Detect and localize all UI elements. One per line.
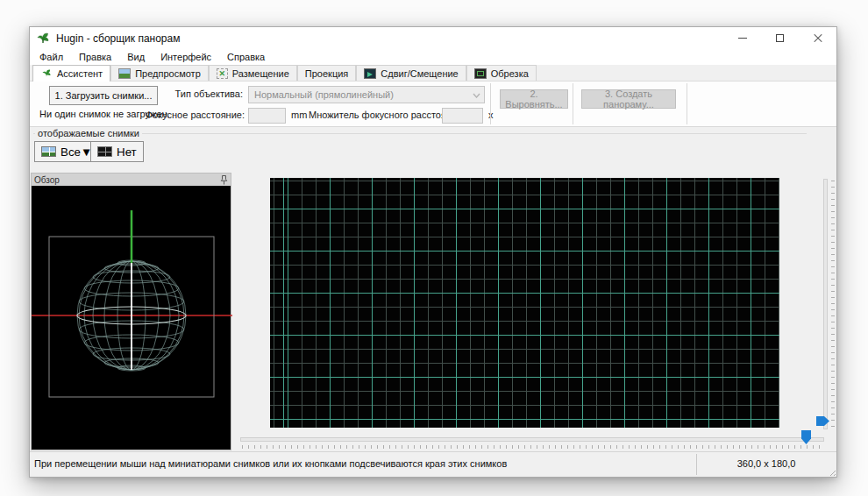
focal-length-label: Фокусное расстояние: xyxy=(119,110,245,120)
panorama-preview-canvas[interactable] xyxy=(270,178,779,428)
assistant-toolbar: 1. Загрузить снимки... Ни один снимок не… xyxy=(30,81,836,127)
load-images-button[interactable]: 1. Загрузить снимки... xyxy=(49,86,158,105)
minimize-button[interactable] xyxy=(723,27,761,49)
overview-title: Обзор xyxy=(34,175,60,185)
overview-panel: Обзор xyxy=(31,173,231,450)
maximize-icon xyxy=(776,34,784,42)
toolbar-separator xyxy=(573,83,573,124)
tab-label: Предпросмотр xyxy=(135,68,201,79)
titlebar[interactable]: Hugin - сборщик панорам xyxy=(30,27,836,49)
tab-crop[interactable]: Обрезка xyxy=(466,65,537,81)
show-none-images-button[interactable]: Нет xyxy=(90,141,144,162)
tab-label: Ассистент xyxy=(57,68,103,79)
menu-interface[interactable]: Интерфейс xyxy=(153,50,219,64)
menu-file[interactable]: Файл xyxy=(32,50,71,64)
window-title: Hugin - сборщик панорам xyxy=(56,32,180,45)
group-border xyxy=(33,133,807,134)
resize-grip-icon[interactable] xyxy=(828,468,836,476)
sphere-wireframe xyxy=(32,186,232,451)
tabbar: Ассистент Предпросмотр ✕ Размещение Прое… xyxy=(30,65,836,81)
menu-view[interactable]: Вид xyxy=(119,50,153,64)
hugin-logo-icon xyxy=(36,32,50,46)
minimize-icon xyxy=(738,38,747,39)
show-none-label: Нет xyxy=(117,145,137,159)
hugin-logo-icon xyxy=(40,68,53,79)
tab-layout[interactable]: ✕ Размещение xyxy=(209,65,297,81)
layout-x-icon: ✕ xyxy=(217,68,228,79)
dark-grid-icon xyxy=(97,146,112,157)
vertical-slider-ticks xyxy=(831,181,835,428)
landscape-icon xyxy=(118,68,131,79)
overview-header: Обзор xyxy=(32,174,231,186)
crop-frame-icon xyxy=(474,68,487,79)
tab-move-drag[interactable]: Сдвиг/Смещение xyxy=(356,65,466,81)
close-icon xyxy=(814,34,822,43)
tab-preview[interactable]: Предпросмотр xyxy=(110,65,209,81)
lens-type-select[interactable]: Нормальный (прямолинейный) xyxy=(248,86,485,103)
status-message: При перемещении мыши над миниатюрами сни… xyxy=(34,458,507,469)
menubar: Файл Правка Вид Интерфейс Справка xyxy=(30,49,836,65)
lens-type-value: Нормальный (прямолинейный) xyxy=(254,89,394,100)
vertical-slider-track[interactable] xyxy=(823,179,828,429)
displayed-images-group-label: отображаемые снимки xyxy=(35,128,142,138)
tab-assistant[interactable]: Ассистент xyxy=(32,65,110,81)
tab-label: Обрезка xyxy=(491,68,529,79)
toolbar-separator xyxy=(687,83,687,124)
overview-3d-view[interactable] xyxy=(32,186,231,450)
menu-help[interactable]: Справка xyxy=(219,50,273,64)
maximize-button[interactable] xyxy=(761,27,799,49)
statusbar: При перемещении мыши над миниатюрами сни… xyxy=(30,451,836,477)
chevron-down-icon xyxy=(473,93,480,98)
tab-label: Размещение xyxy=(232,68,289,79)
tab-label: Сдвиг/Смещение xyxy=(381,68,458,79)
horizontal-slider-thumb[interactable] xyxy=(801,430,811,444)
align-button[interactable]: 2. Выровнять... xyxy=(500,89,568,109)
crop-factor-input[interactable] xyxy=(442,108,483,124)
horizontal-slider-track[interactable] xyxy=(240,437,824,442)
create-panorama-button[interactable]: 3. Создать панораму... xyxy=(581,89,676,109)
menu-edit[interactable]: Правка xyxy=(71,50,119,64)
pin-icon[interactable] xyxy=(220,175,228,185)
move-arrow-icon xyxy=(364,68,376,79)
tab-label: Проекция xyxy=(305,68,348,79)
landscape-grid-icon xyxy=(41,146,56,157)
focal-length-input[interactable] xyxy=(248,108,286,124)
close-button[interactable] xyxy=(799,27,836,49)
hugin-window: Hugin - сборщик панорам Файл Правка Вид … xyxy=(29,26,837,478)
focal-length-unit: mm xyxy=(291,110,307,120)
lens-type-label: Тип объектива: xyxy=(175,89,243,99)
toolbar-separator xyxy=(490,83,491,124)
tab-projection[interactable]: Проекция xyxy=(297,65,356,81)
horizontal-slider-ticks xyxy=(242,445,822,449)
canvas-dimensions: 360,0 x 180,0 xyxy=(697,458,836,469)
show-all-label: Все▼ xyxy=(60,145,92,159)
